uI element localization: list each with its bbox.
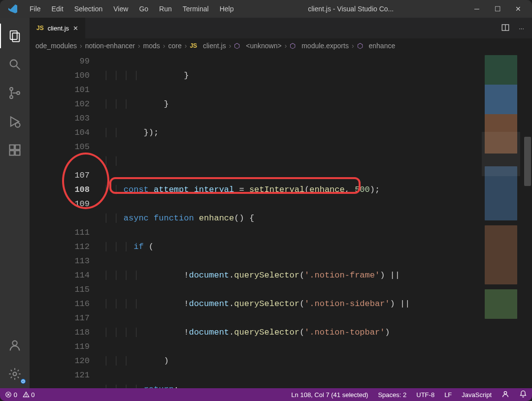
js-file-icon: JS: [190, 42, 197, 49]
activity-source-control[interactable]: [0, 79, 30, 107]
tab-label: client.js: [48, 25, 69, 32]
breadcrumb-segment[interactable]: notion-enhancer: [85, 42, 135, 50]
menu-help[interactable]: Help: [215, 3, 239, 15]
window-title: client.js - Visual Studio Co...: [238, 5, 473, 13]
svg-point-22: [504, 391, 506, 394]
svg-rect-8: [10, 145, 14, 150]
split-editor-icon[interactable]: [501, 23, 510, 33]
code-content[interactable]: │ │ │ │ } │ │ │ } │ │ }); │ │ │ │ const …: [103, 53, 532, 388]
menu-edit[interactable]: Edit: [47, 3, 68, 15]
activity-extensions[interactable]: [0, 136, 30, 164]
breadcrumb-segment[interactable]: module.exports: [301, 42, 349, 50]
menu-run[interactable]: Run: [154, 3, 177, 15]
svg-point-6: [17, 92, 20, 94]
settings-sync-badge-icon: [20, 378, 27, 385]
window-maximize-icon[interactable]: ☐: [494, 5, 501, 13]
scrollbar-thumb[interactable]: [524, 137, 531, 186]
minimap-viewport[interactable]: [482, 132, 520, 176]
svg-point-13: [13, 372, 17, 376]
svg-rect-0: [10, 31, 17, 40]
title-bar: File Edit Selection View Go Run Terminal…: [0, 0, 532, 18]
svg-point-2: [10, 60, 17, 67]
svg-point-7: [15, 123, 20, 127]
svg-point-4: [10, 88, 13, 91]
svg-point-21: [26, 396, 26, 396]
menu-selection[interactable]: Selection: [69, 3, 108, 15]
breadcrumb-segment[interactable]: ode_modules: [35, 42, 77, 50]
symbol-icon: ⬡: [290, 42, 296, 50]
activity-search[interactable]: [0, 50, 30, 79]
status-bar: 0 0 Ln 108, Col 7 (41 selected) Spaces: …: [0, 388, 532, 401]
tab-client-js[interactable]: JS client.js ✕: [30, 18, 86, 38]
svg-point-12: [12, 341, 17, 345]
status-feedback-icon[interactable]: [501, 390, 509, 400]
tab-close-icon[interactable]: ✕: [73, 25, 78, 32]
minimap[interactable]: [482, 53, 520, 388]
activity-run-debug[interactable]: [0, 107, 30, 136]
activity-explorer[interactable]: [0, 22, 30, 50]
svg-rect-1: [12, 33, 19, 42]
svg-line-3: [17, 66, 20, 70]
status-problems[interactable]: 0 0: [5, 391, 35, 399]
activity-bar: [0, 18, 30, 388]
svg-point-5: [10, 95, 13, 98]
status-language[interactable]: JavaScript: [462, 391, 492, 399]
code-editor[interactable]: 99 100 101 102 103 104 105 107 108 109 1…: [30, 53, 532, 388]
window-close-icon[interactable]: ✕: [514, 5, 522, 13]
svg-rect-10: [15, 151, 20, 155]
js-file-icon: JS: [36, 25, 44, 31]
breadcrumb-segment[interactable]: <unknown>: [246, 42, 281, 50]
status-notifications-icon[interactable]: [519, 390, 527, 400]
menu-terminal[interactable]: Terminal: [178, 3, 214, 15]
breadcrumb-segment[interactable]: client.js: [203, 42, 226, 50]
activity-accounts[interactable]: [0, 331, 30, 360]
menu-file[interactable]: File: [25, 3, 46, 15]
symbol-icon: ⬡: [234, 42, 240, 50]
line-number-gutter: 99 100 101 102 103 104 105 107 108 109 1…: [30, 53, 103, 388]
window-minimize-icon[interactable]: ─: [473, 5, 481, 13]
status-eol[interactable]: LF: [444, 391, 452, 399]
editor-tabs: JS client.js ✕ ···: [30, 18, 532, 38]
more-actions-icon[interactable]: ···: [519, 25, 524, 32]
breadcrumb-segment[interactable]: core: [168, 42, 182, 50]
vscode-logo-icon: [7, 3, 19, 15]
status-cursor[interactable]: Ln 108, Col 7 (41 selected): [291, 391, 368, 399]
symbol-icon: ⬡: [357, 42, 363, 50]
status-indent[interactable]: Spaces: 2: [378, 391, 406, 399]
svg-rect-11: [15, 145, 20, 150]
menu-bar: File Edit Selection View Go Run Terminal…: [25, 3, 238, 15]
breadcrumb-segment[interactable]: mods: [143, 42, 160, 50]
breadcrumb[interactable]: ode_modules› notion-enhancer› mods› core…: [30, 38, 532, 53]
menu-go[interactable]: Go: [134, 3, 153, 15]
status-encoding[interactable]: UTF-8: [416, 391, 434, 399]
menu-view[interactable]: View: [108, 3, 133, 15]
breadcrumb-segment[interactable]: enhance: [368, 42, 395, 50]
vertical-scrollbar[interactable]: [523, 53, 532, 388]
svg-rect-9: [10, 151, 14, 155]
